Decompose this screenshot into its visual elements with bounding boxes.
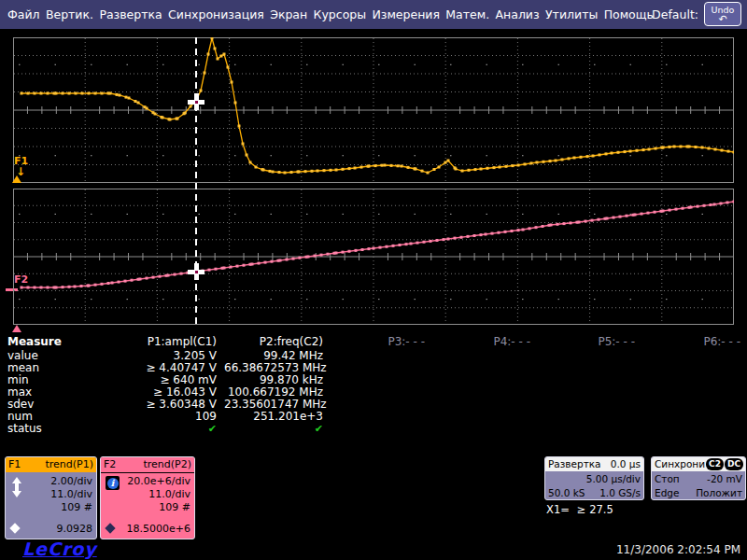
trigger-slope: Положит xyxy=(696,486,742,500)
trigger-type: Edge xyxy=(655,486,679,500)
f1-box-header: F1 trend(P1) xyxy=(6,457,96,472)
f1-num-points: 109 # xyxy=(61,501,92,513)
measure-p4-header[interactable]: P4:- - - xyxy=(465,336,530,348)
f2-cursor-marker-icon xyxy=(105,523,115,533)
f1-hscale: 11.0/div xyxy=(50,488,92,500)
timebase-box[interactable]: Развертка 0.0 µs 5.00 µs/div 50.0 kS 1.0… xyxy=(544,456,644,500)
trigger-mode: Стоп xyxy=(655,472,680,486)
timebase-title: Развертка xyxy=(548,457,601,471)
trigger-title: Синхрони xyxy=(655,457,705,471)
trigger-header: Синхрони C2 DC xyxy=(652,457,745,471)
measure-p1-header[interactable]: P1:ampl(C1) xyxy=(93,336,217,348)
measure-title: Measure xyxy=(7,336,62,348)
lecroy-logo: LeCroy xyxy=(22,539,97,559)
f1-cursor-readout: 9.0928 xyxy=(57,523,93,535)
cursor-cross-f1[interactable] xyxy=(188,93,204,110)
f2-trigger-marker-icon xyxy=(12,325,21,332)
measure-table: Measure P1:ampl(C1) P2:freq(C2) P3:- - -… xyxy=(0,334,747,441)
graticule-F2 xyxy=(13,189,734,325)
timebase-samples: 50.0 kS xyxy=(548,486,585,500)
cursor-cross-f2[interactable] xyxy=(188,263,204,280)
trigger-box[interactable]: Синхрони C2 DC Стоп -20 mV Edge Положит xyxy=(651,456,746,500)
oscilloscope-screen: Файл Вертик. Развертка Синхронизация Экр… xyxy=(0,0,747,560)
f1-trigger-marker-icon xyxy=(12,175,21,183)
timebase-rate: 1.0 GS/s xyxy=(599,486,641,500)
measure-p1-num: 109 xyxy=(93,411,217,423)
info-icon[interactable]: i xyxy=(106,476,120,490)
timebase-offset: 0.0 µs xyxy=(611,457,641,471)
trigger-badges: C2 DC xyxy=(705,458,743,470)
timebase-header: Развертка 0.0 µs xyxy=(545,457,643,471)
f1-vscale: 2.00/div xyxy=(50,475,92,487)
vertical-scale-icon xyxy=(11,477,22,497)
f1-cursor-marker-icon xyxy=(9,523,20,533)
measure-p2-header[interactable]: P2:freq(C2) xyxy=(224,336,323,348)
measure-row-label: status xyxy=(7,423,42,435)
x1-cursor-readout: X1=≥ 27.5 xyxy=(546,503,621,516)
f1-box-function: trend(P1) xyxy=(45,457,93,472)
x1-value: ≥ 27.5 xyxy=(577,503,613,516)
f2-box-header: F2 trend(P2) xyxy=(101,457,194,473)
f2-vscale: 20.0e+6/div xyxy=(127,475,190,487)
f1-box-id: F1 xyxy=(8,457,21,472)
f2-trace-label: F2 xyxy=(14,273,28,286)
measure-p3-header[interactable]: P3:- - - xyxy=(359,336,425,348)
datetime: 11/3/2006 2:02:54 PM xyxy=(616,543,740,556)
p2-status-check-icon: ✔ xyxy=(224,423,323,435)
time-cursor-line[interactable] xyxy=(195,37,197,327)
trigger-level: -20 mV xyxy=(707,472,742,486)
f2-box-id: F2 xyxy=(104,457,116,472)
f2-num-points: 109 # xyxy=(159,501,190,513)
f1-trace-label: F1 xyxy=(14,155,28,167)
measure-p5-header[interactable]: P5:- - - xyxy=(570,336,635,348)
trigger-source-badge: C2 xyxy=(706,458,724,470)
graticule-F1 xyxy=(13,37,734,183)
f2-hscale: 11.0/div xyxy=(148,488,190,500)
f2-descriptor-box[interactable]: F2 trend(P2) i 20.0e+6/div 11.0/div 109 … xyxy=(100,456,195,539)
x1-label: X1= xyxy=(546,503,570,516)
timebase-scale: 5.00 µs/div xyxy=(586,472,641,486)
measure-p2-num: 251.201e+3 xyxy=(224,411,323,423)
trigger-coupling-badge: DC xyxy=(725,458,743,470)
f2-cursor-readout: 18.5000e+6 xyxy=(127,523,190,535)
measure-p6-header[interactable]: P6:- - - xyxy=(675,336,740,348)
f1-descriptor-box[interactable]: F1 trend(P1) 2.00/div 11.0/div 109 # 9.0… xyxy=(5,456,97,539)
p1-status-check-icon: ✔ xyxy=(93,423,217,435)
f2-box-function: trend(P2) xyxy=(143,457,191,472)
